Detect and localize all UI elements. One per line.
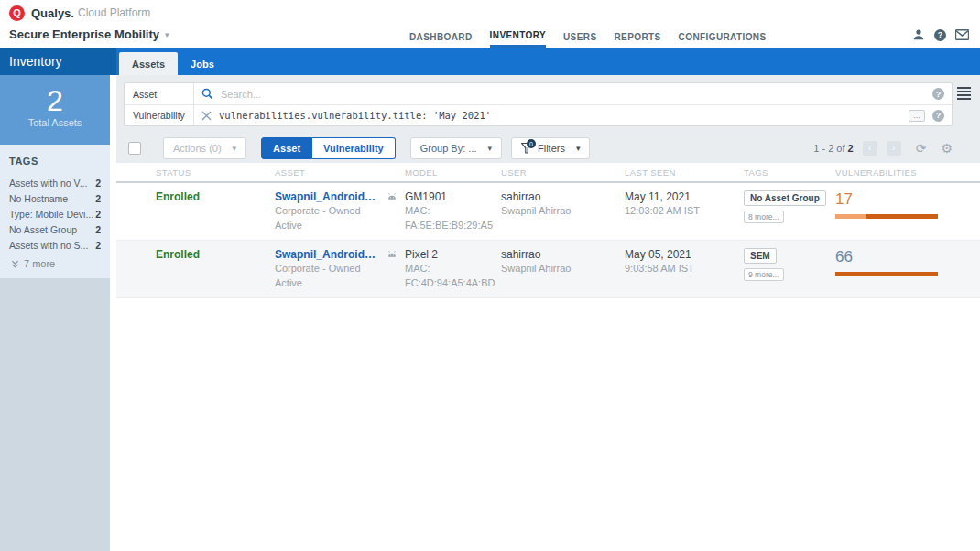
nav-users[interactable]: USERS [563, 26, 596, 48]
help-icon[interactable]: ? [934, 29, 946, 41]
vulnerability-query-text[interactable]: vulnerabilities.vulnerability.title: 'Ma… [219, 110, 901, 121]
menu-icon[interactable] [957, 87, 971, 102]
tags-more-label: 7 more [24, 258, 55, 269]
user-icon[interactable] [912, 28, 925, 41]
col-last-seen[interactable]: LAST SEEN [617, 167, 736, 178]
tags-show-more[interactable]: 7 more [9, 258, 101, 269]
mail-icon[interactable] [955, 29, 969, 40]
tag-filter-item[interactable]: Assets with no V... 2 [9, 175, 101, 190]
model-name: Pixel 2 [405, 248, 494, 261]
tab-jobs[interactable]: Jobs [178, 52, 227, 75]
last-seen-time: 9:03:58 AM IST [625, 261, 736, 276]
col-tags[interactable]: TAGS [736, 167, 828, 178]
search-icon [201, 88, 213, 100]
refresh-icon[interactable]: ⟳ [916, 141, 927, 156]
nav-dashboard[interactable]: DASHBOARD [409, 26, 473, 48]
model-name: GM1901 [405, 190, 494, 203]
search-panel: Asset ? Vulnerability vulnerabilities.vu… [124, 82, 953, 126]
brand-name: Qualys. [31, 6, 74, 20]
vulnerability-search-help-icon[interactable]: ? [932, 110, 944, 122]
tag-label: Assets with no V... [9, 178, 87, 189]
filters-label: Filters [538, 143, 565, 154]
table-row[interactable]: Enrolled Swapnil_Android_Google... Corpo… [116, 241, 980, 298]
chevron-down-icon: ▾ [487, 144, 492, 153]
nav-configurations[interactable]: CONFIGURATIONS [679, 26, 767, 48]
filter-funnel-icon: 0 [521, 143, 532, 154]
page-prev-icon[interactable]: ‹ [863, 141, 877, 156]
col-status[interactable]: STATUS [148, 167, 267, 178]
tag-filter-item[interactable]: No Hostname 2 [9, 190, 101, 206]
chevron-down-icon: ▾ [165, 30, 169, 39]
nav-reports[interactable]: REPORTS [614, 26, 660, 48]
sidebar: 2 Total Assets TAGS Assets with no V... … [0, 75, 110, 551]
actions-label: Actions (0) [173, 143, 222, 154]
tag-label: Type: Mobile Devi... [9, 209, 93, 220]
cell-asset: Swapnil_Android_OnePlus Corporate - Owne… [267, 190, 377, 232]
android-icon [387, 192, 397, 203]
sidebar-scrollbar[interactable] [110, 75, 116, 551]
tag-label: Assets with no S... [9, 240, 88, 251]
top-brand-bar: Q Qualys. Cloud Platform [0, 0, 980, 26]
page-next-icon[interactable]: › [887, 141, 901, 156]
asset-ownership: Corporate - Owned [275, 203, 377, 218]
module-name: Secure Enterprise Mobility [9, 27, 159, 41]
cell-user: sahirrao Swapnil Ahirrao [494, 190, 617, 232]
tag-more-badge[interactable]: 8 more... [744, 211, 784, 223]
cell-status: Enrolled [148, 248, 267, 290]
row-gutter [116, 248, 148, 290]
vulnerability-count[interactable]: 17 [835, 190, 980, 209]
tag-filter-item[interactable]: Assets with no S... 2 [9, 237, 101, 253]
tag-badge[interactable]: SEM [744, 248, 777, 264]
asset-search-input[interactable] [221, 89, 925, 100]
nav-inventory[interactable]: INVENTORY [490, 26, 546, 48]
col-user[interactable]: USER [494, 167, 617, 178]
user-name: sahirrao [501, 248, 617, 261]
cell-last-seen: May 11, 2021 12:03:02 AM IST [617, 190, 736, 232]
primary-nav: DASHBOARD INVENTORY USERS REPORTS CONFIG… [409, 26, 767, 48]
assets-table: STATUS ASSET MODEL USER LAST SEEN TAGS V… [116, 163, 980, 551]
cell-asset: Swapnil_Android_Google... Corporate - Ow… [267, 248, 377, 290]
tag-count: 2 [95, 193, 101, 204]
vulnerability-count[interactable]: 66 [835, 248, 980, 266]
col-model[interactable]: MODEL [397, 167, 494, 178]
toggle-asset[interactable]: Asset [261, 137, 312, 159]
view-toggle: Asset Vulnerability [261, 137, 396, 159]
asset-link[interactable]: Swapnil_Android_Google... [275, 248, 377, 261]
col-vulnerabilities[interactable]: VULNERABILITIES [828, 167, 980, 178]
filters-button[interactable]: 0 Filters ▾ [511, 137, 590, 159]
tag-filter-item[interactable]: No Asset Group 2 [9, 221, 101, 237]
cell-vulnerabilities: 17 [828, 190, 980, 232]
cell-user: sahirrao Swapnil Ahirrao [494, 248, 617, 290]
settings-gear-icon[interactable]: ⚙ [941, 141, 953, 156]
pagination-text: 1 - 2 of 2 [813, 143, 853, 154]
severity-bar [835, 272, 938, 276]
vulnerability-search-body: vulnerabilities.vulnerability.title: 'Ma… [194, 105, 952, 125]
clear-query-icon[interactable] [201, 111, 212, 121]
tag-badge[interactable]: No Asset Group [744, 190, 826, 206]
total-assets-card[interactable]: 2 Total Assets [0, 75, 110, 145]
tab-assets[interactable]: Assets [119, 52, 178, 75]
table-row[interactable]: Enrolled Swapnil_Android_OnePlus Corpora… [116, 183, 980, 241]
module-picker[interactable]: Secure Enterprise Mobility ▾ [9, 27, 169, 41]
tag-more-badge[interactable]: 9 more... [744, 268, 784, 281]
select-all-checkbox[interactable] [128, 142, 141, 155]
chevron-down-icon: ▾ [576, 144, 581, 153]
top-right-icons: ? [912, 28, 969, 41]
table-header: STATUS ASSET MODEL USER LAST SEEN TAGS V… [116, 163, 980, 183]
expand-query-button[interactable]: ... [909, 110, 925, 122]
col-asset[interactable]: ASSET [267, 167, 377, 178]
group-by-select[interactable]: Group By: ... ▾ [410, 137, 502, 159]
main-content: Asset ? Vulnerability vulnerabilities.vu… [116, 75, 980, 551]
tag-filter-item[interactable]: Type: Mobile Devi... 2 [9, 206, 101, 221]
user-full-name: Swapnil Ahirrao [501, 261, 617, 276]
last-seen-date: May 11, 2021 [625, 190, 736, 203]
cell-model: GM1901 MAC: FA:5E:BE:B9:29:A5 [397, 190, 494, 232]
toggle-vulnerability[interactable]: Vulnerability [312, 137, 396, 159]
actions-button[interactable]: Actions (0) ▾ [163, 137, 246, 159]
asset-link[interactable]: Swapnil_Android_OnePlus [275, 190, 377, 203]
model-mac: MAC: FC:4D:94:A5:4A:BD [405, 261, 494, 290]
sidebar-title: Inventory [0, 48, 116, 75]
asset-ownership: Corporate - Owned [275, 261, 377, 276]
filters-badge: 0 [527, 139, 536, 148]
asset-search-help-icon[interactable]: ? [932, 88, 944, 100]
